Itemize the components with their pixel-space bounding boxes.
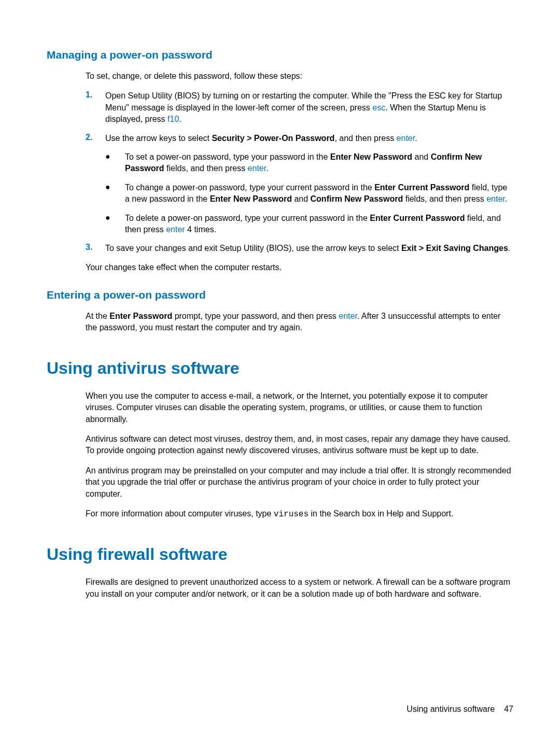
antivirus-p3: An antivirus program may be preinstalled… [86, 465, 513, 500]
ep-b1: Enter Password [109, 312, 172, 320]
step-2: 2. Use the arrow keys to select Security… [86, 133, 513, 144]
ep-b: prompt, type your password, and then pre… [172, 312, 339, 320]
firewall-p1: Firewalls are designed to prevent unauth… [86, 577, 513, 600]
key-enter-4: enter [166, 225, 185, 234]
av4-a: For more information about computer viru… [86, 509, 274, 518]
ep-a: At the [86, 312, 109, 320]
bullet-marker: ● [105, 151, 125, 175]
step-2-number: 2. [86, 133, 105, 144]
key-enter-5: enter [339, 312, 357, 320]
bs-d: . [266, 164, 268, 173]
step-3: 3. To save your changes and exit Setup U… [86, 243, 513, 254]
bd-c: 4 times. [185, 225, 216, 234]
bullet-marker: ● [105, 213, 125, 236]
heading-entering: Entering a power-on password [47, 289, 513, 301]
key-enter-2: enter [248, 164, 267, 173]
av4-b: in the Search box in Help and Support. [309, 509, 453, 518]
bs-b: and [412, 152, 431, 161]
key-f10: f10 [167, 115, 179, 123]
bs-b1: Enter New Password [330, 152, 412, 161]
key-enter: enter [397, 134, 415, 143]
bc-e: . [505, 194, 507, 203]
step-1-content: Open Setup Utility (BIOS) by turning on … [105, 90, 513, 125]
heading-antivirus: Using antivirus software [47, 359, 513, 378]
step-2-content: Use the arrow keys to select Security > … [105, 133, 513, 144]
s3-a: To save your changes and exit Setup Util… [105, 244, 401, 252]
heading-managing: Managing a power-on password [47, 49, 513, 61]
step-1-text-c: . [179, 115, 181, 123]
footer-label: Using antivirus software [407, 705, 495, 713]
intro-text: To set, change, or delete this password,… [86, 71, 513, 82]
step-3-number: 3. [86, 243, 105, 254]
bc-c: and [292, 194, 311, 203]
bd-a: To delete a power-on password, type your… [125, 214, 370, 222]
step-2-text-b: , and then press [334, 134, 396, 143]
bc-b3: Confirm New Password [311, 194, 403, 203]
step-1-number: 1. [86, 90, 105, 125]
step-1: 1. Open Setup Utility (BIOS) by turning … [86, 90, 513, 125]
bullet-change: ● To change a power-on password, type yo… [105, 182, 513, 205]
bc-a: To change a power-on password, type your… [125, 183, 374, 192]
step-2-bold: Security > Power-On Password [212, 134, 334, 143]
key-esc: esc [372, 103, 385, 112]
step-3-content: To save your changes and exit Setup Util… [105, 243, 513, 254]
page-footer: Using antivirus software47 [407, 705, 513, 714]
bullet-set: ● To set a power-on password, type your … [105, 151, 513, 175]
bullet-delete-content: To delete a power-on password, type your… [125, 213, 513, 236]
key-enter-3: enter [486, 194, 505, 203]
entering-paragraph: At the Enter Password prompt, type your … [86, 311, 513, 334]
antivirus-p2: Antivirus software can detect most virus… [86, 433, 513, 457]
mono-viruses: viruses [274, 510, 309, 519]
step-2-text-c: . [415, 134, 417, 143]
bullet-marker: ● [105, 182, 125, 205]
heading-firewall: Using firewall software [47, 545, 513, 564]
bc-b2: Enter New Password [210, 194, 292, 203]
step-2-text-a: Use the arrow keys to select [105, 134, 212, 143]
footer-page-number: 47 [504, 705, 513, 713]
bs-a: To set a power-on password, type your pa… [125, 152, 330, 161]
antivirus-p4: For more information about computer viru… [86, 508, 513, 520]
bullet-set-content: To set a power-on password, type your pa… [125, 151, 513, 175]
bc-b1: Enter Current Password [374, 183, 469, 192]
bs-c: fields, and then press [164, 164, 248, 173]
antivirus-p1: When you use the computer to access e-ma… [86, 390, 513, 425]
bullet-change-content: To change a power-on password, type your… [125, 182, 513, 205]
s3-b: . [508, 244, 510, 252]
closing-text: Your changes take effect when the comput… [86, 262, 513, 273]
s3-b1: Exit > Exit Saving Changes [401, 244, 508, 252]
bd-b1: Enter Current Password [370, 214, 465, 222]
bc-d: fields, and then press [403, 194, 486, 203]
bullet-delete: ● To delete a power-on password, type yo… [105, 213, 513, 236]
